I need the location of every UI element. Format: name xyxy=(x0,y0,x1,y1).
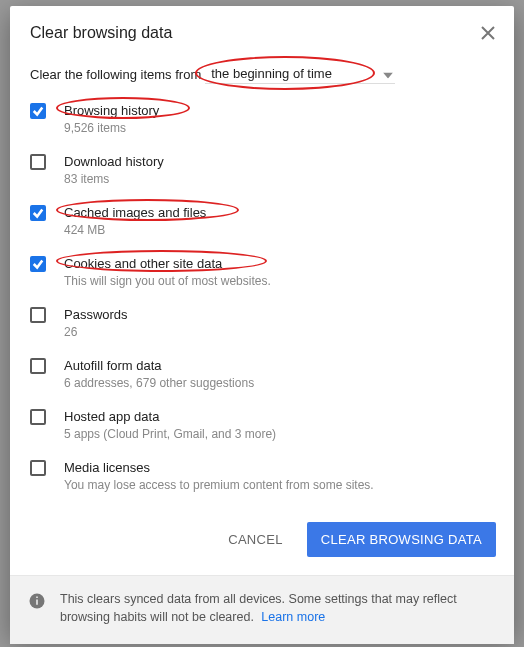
cancel-button[interactable]: CANCEL xyxy=(222,524,289,555)
option-text-cookies: Cookies and other site dataThis will sig… xyxy=(64,254,271,288)
close-icon xyxy=(481,26,495,43)
option-autofill: Autofill form data6 addresses, 679 other… xyxy=(30,353,494,404)
option-label: Autofill form data xyxy=(64,358,162,373)
info-icon xyxy=(28,592,46,610)
option-download-history: Download history83 items xyxy=(30,149,494,200)
option-media-licenses: Media licensesYou may lose access to pre… xyxy=(30,455,494,506)
dialog-title: Clear browsing data xyxy=(30,24,494,42)
option-sublabel: 26 xyxy=(64,325,128,339)
option-label: Media licenses xyxy=(64,460,150,475)
clear-browsing-data-dialog: Clear browsing data Clear the following … xyxy=(10,6,514,635)
option-text-passwords: Passwords26 xyxy=(64,305,128,339)
option-sublabel: 6 addresses, 679 other suggestions xyxy=(64,376,254,390)
option-label: Download history xyxy=(64,154,164,169)
checkbox-hosted-apps[interactable] xyxy=(30,409,46,425)
option-sublabel: 424 MB xyxy=(64,223,206,237)
checkbox-download-history[interactable] xyxy=(30,154,46,170)
checkbox-cookies[interactable] xyxy=(30,256,46,272)
time-range-select[interactable]: the beginning of time xyxy=(205,64,395,84)
option-sublabel: 9,526 items xyxy=(64,121,159,135)
time-range-value: the beginning of time xyxy=(211,66,332,81)
option-label: Cookies and other site data xyxy=(64,256,222,271)
option-cookies: Cookies and other site dataThis will sig… xyxy=(30,251,494,302)
checkbox-browsing-history[interactable] xyxy=(30,103,46,119)
checkbox-autofill[interactable] xyxy=(30,358,46,374)
close-button[interactable] xyxy=(476,22,500,46)
option-label: Hosted app data xyxy=(64,409,159,424)
learn-more-link[interactable]: Learn more xyxy=(261,610,325,624)
option-list: Browsing history9,526 itemsDownload hist… xyxy=(30,98,494,506)
option-sublabel: 5 apps (Cloud Print, Gmail, and 3 more) xyxy=(64,427,276,441)
option-text-media-licenses: Media licensesYou may lose access to pre… xyxy=(64,458,374,492)
footer-note: This clears synced data from all devices… xyxy=(10,575,514,644)
option-passwords: Passwords26 xyxy=(30,302,494,353)
checkbox-cached[interactable] xyxy=(30,205,46,221)
prompt-prefix: Clear the following items from xyxy=(30,67,201,82)
option-hosted-apps: Hosted app data5 apps (Cloud Print, Gmai… xyxy=(30,404,494,455)
option-label: Cached images and files xyxy=(64,205,206,220)
option-text-cached: Cached images and files424 MB xyxy=(64,203,206,237)
option-text-download-history: Download history83 items xyxy=(64,152,164,186)
dialog-header: Clear browsing data xyxy=(10,6,514,50)
dialog-body: Clear the following items from the begin… xyxy=(10,50,514,512)
option-sublabel: You may lose access to premium content f… xyxy=(64,478,374,492)
option-sublabel: 83 items xyxy=(64,172,164,186)
chevron-down-icon xyxy=(383,66,393,81)
option-cached: Cached images and files424 MB xyxy=(30,200,494,251)
option-label: Passwords xyxy=(64,307,128,322)
footer-text: This clears synced data from all devices… xyxy=(60,590,496,626)
svg-rect-1 xyxy=(36,600,38,605)
option-label: Browsing history xyxy=(64,103,159,118)
dialog-actions: CANCEL CLEAR BROWSING DATA xyxy=(10,512,514,575)
option-browsing-history: Browsing history9,526 items xyxy=(30,98,494,149)
option-sublabel: This will sign you out of most websites. xyxy=(64,274,271,288)
svg-rect-2 xyxy=(36,597,38,599)
option-text-hosted-apps: Hosted app data5 apps (Cloud Print, Gmai… xyxy=(64,407,276,441)
time-range-prompt: Clear the following items from the begin… xyxy=(30,64,494,84)
checkbox-media-licenses[interactable] xyxy=(30,460,46,476)
option-text-autofill: Autofill form data6 addresses, 679 other… xyxy=(64,356,254,390)
checkbox-passwords[interactable] xyxy=(30,307,46,323)
clear-browsing-data-button[interactable]: CLEAR BROWSING DATA xyxy=(307,522,496,557)
option-text-browsing-history: Browsing history9,526 items xyxy=(64,101,159,135)
footer-text-content: This clears synced data from all devices… xyxy=(60,592,457,624)
